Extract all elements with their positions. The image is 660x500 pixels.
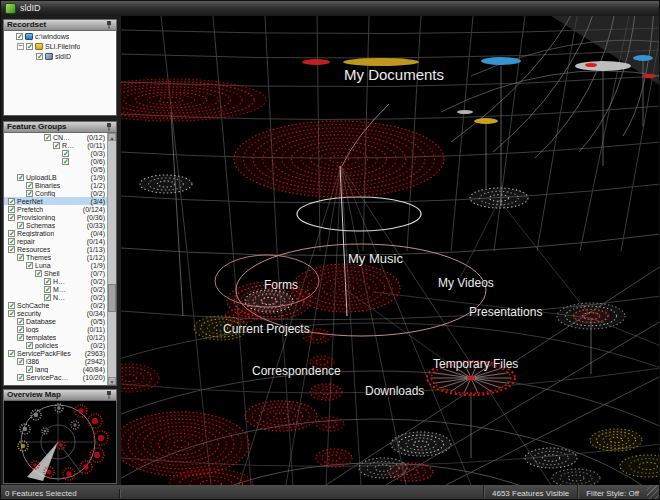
checkbox[interactable] (26, 43, 33, 50)
feature-row[interactable]: SchCache(0/2) (4, 301, 116, 309)
scroll-up-icon[interactable]: ▲ (108, 133, 116, 141)
feature-row[interactable]: policies(0/2) (4, 341, 116, 349)
pin-icon[interactable] (105, 390, 113, 400)
feature-count: (10/20) (83, 374, 105, 381)
checkbox[interactable] (8, 246, 15, 253)
collapse-expander-icon[interactable]: − (17, 43, 24, 50)
feature-row[interactable]: logs(0/11) (4, 325, 116, 333)
feature-list-scrollbar[interactable]: ▲ ▼ (107, 133, 116, 385)
recordset-row[interactable]: sldID (4, 51, 116, 61)
feature-label: SchCache (17, 302, 49, 309)
checkbox[interactable] (26, 190, 33, 197)
feature-row[interactable]: Shell(0/7) (4, 269, 116, 277)
checkbox[interactable] (44, 294, 51, 301)
feature-row[interactable]: R…(0/11) (4, 141, 116, 149)
resize-grip[interactable] (647, 485, 659, 500)
checkbox[interactable] (62, 150, 69, 157)
feature-row[interactable]: Themes(1/12) (4, 253, 116, 261)
feature-row[interactable]: Provisioning(0/36) (4, 213, 116, 221)
feature-row[interactable]: ServicePackFiles(2963) (4, 349, 116, 357)
checkbox[interactable] (8, 214, 15, 221)
checkbox[interactable] (8, 198, 15, 205)
feature-row[interactable]: Binaries(1/2) (4, 181, 116, 189)
feature-count: (0/2) (91, 190, 105, 197)
checkbox[interactable] (8, 238, 15, 245)
feature-count: (0/14) (87, 238, 105, 245)
layer-icon (45, 53, 53, 60)
feature-row[interactable]: i386(2942) (4, 357, 116, 365)
checkbox[interactable] (44, 278, 51, 285)
feature-row[interactable]: lang(40/84) (4, 365, 116, 373)
feature-row[interactable]: Registration(0/4) (4, 229, 116, 237)
checkbox[interactable] (26, 366, 33, 373)
checkbox[interactable] (36, 53, 43, 60)
overview-map[interactable] (4, 401, 116, 483)
feature-row[interactable]: Schemas(0/33) (4, 221, 116, 229)
feature-row[interactable]: N…(0/2) (4, 293, 116, 301)
checkbox[interactable] (35, 270, 42, 277)
checkbox[interactable] (26, 262, 33, 269)
app-window: sldID Recordset c:\windows−SLI.FileInfos… (0, 0, 660, 500)
checkbox[interactable] (53, 142, 60, 149)
feature-row[interactable]: templates(0/12) (4, 333, 116, 341)
feature-row[interactable]: M…(0/2) (4, 285, 116, 293)
feature-row[interactable]: (0/6) (4, 157, 116, 165)
feature-row[interactable]: Prefetch(0/124) (4, 205, 116, 213)
checkbox[interactable] (8, 230, 15, 237)
drive-icon (25, 33, 33, 40)
feature-row[interactable]: repair(0/14) (4, 237, 116, 245)
checkbox[interactable] (17, 318, 24, 325)
feature-label: policies (35, 342, 58, 349)
recordset-row[interactable]: −SLI.FileInfo (4, 41, 116, 51)
checkbox[interactable] (16, 33, 23, 40)
scroll-down-icon[interactable]: ▼ (108, 377, 116, 385)
recordset-row[interactable]: c:\windows (4, 31, 116, 41)
feature-count: (1/12) (87, 254, 105, 261)
checkbox[interactable] (8, 350, 15, 357)
feature-count: (1/9) (91, 262, 105, 269)
checkbox[interactable] (17, 326, 24, 333)
checkbox[interactable] (8, 310, 15, 317)
expander-spacer (7, 33, 16, 40)
feature-row[interactable]: (0/3) (4, 149, 116, 157)
feature-row[interactable]: Luna(1/9) (4, 261, 116, 269)
feature-row[interactable]: ServicePac…(10/20) (4, 373, 116, 381)
window-title: sldID (20, 4, 41, 13)
app-icon (5, 3, 16, 14)
checkbox[interactable] (26, 182, 33, 189)
feature-row[interactable]: Config(0/2) (4, 189, 116, 197)
3d-viewport[interactable]: My DocumentsMy MusicFormsMy VideosPresen… (121, 16, 660, 485)
feature-row[interactable]: PeerNet(3/4) (4, 197, 116, 205)
checkbox[interactable] (17, 174, 24, 181)
feature-count: (0/33) (87, 222, 105, 229)
overview-map-content[interactable] (3, 401, 117, 484)
checkbox[interactable] (26, 342, 33, 349)
checkbox[interactable] (44, 134, 51, 141)
checkbox[interactable] (17, 358, 24, 365)
checkbox[interactable] (44, 286, 51, 293)
feature-count: (0/11) (87, 326, 105, 333)
feature-row[interactable]: H…(0/2) (4, 277, 116, 285)
recordset-tree: c:\windows−SLI.FileInfosldID (3, 31, 117, 116)
checkbox[interactable] (17, 374, 24, 381)
table-icon (35, 43, 43, 50)
checkbox[interactable] (62, 158, 69, 165)
checkbox[interactable] (8, 302, 15, 309)
feature-row[interactable]: Database(0/5) (4, 317, 116, 325)
feature-row[interactable]: UploadLB(1/9) (4, 173, 116, 181)
checkbox[interactable] (8, 206, 15, 213)
feature-row[interactable]: security(0/34) (4, 309, 116, 317)
checkbox[interactable] (17, 222, 24, 229)
feature-label: PeerNet (17, 198, 43, 205)
feature-row[interactable]: Resources(1/13) (4, 245, 116, 253)
feature-label: H… (53, 278, 65, 285)
feature-count: (0/36) (87, 214, 105, 221)
pin-icon[interactable] (105, 122, 113, 132)
feature-row[interactable]: CN…(0/12) (4, 133, 116, 141)
checkbox[interactable] (17, 254, 24, 261)
scrollbar-thumb[interactable] (108, 284, 116, 312)
checkbox[interactable] (17, 334, 24, 341)
pin-icon[interactable] (105, 20, 113, 30)
feature-row[interactable]: (0/5) (4, 165, 116, 173)
feature-label: M… (53, 286, 66, 293)
